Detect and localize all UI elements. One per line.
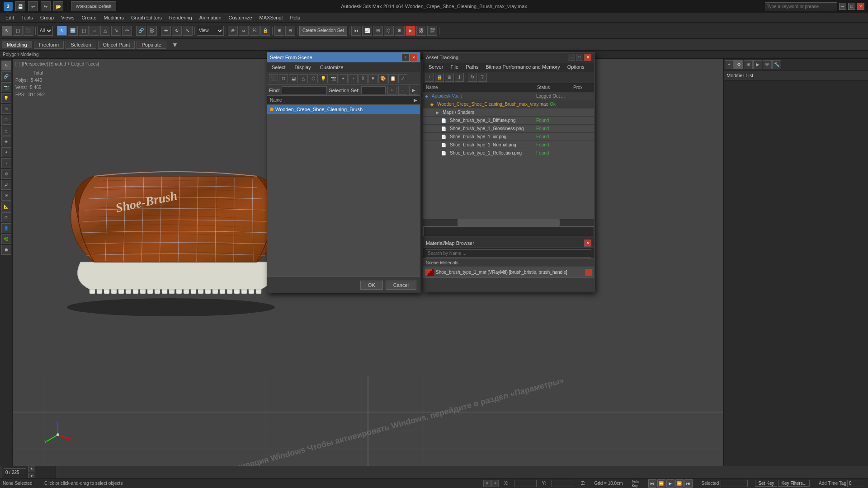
close-btn[interactable]: ✕ bbox=[857, 3, 864, 10]
viewport-render-btn[interactable]: 🖼 bbox=[416, 26, 426, 36]
rect-select-btn[interactable]: ⬚ bbox=[79, 26, 89, 36]
frame-up-btn[interactable]: ▲ bbox=[28, 466, 35, 472]
geo-tool[interactable]: □ bbox=[1, 115, 11, 125]
at-refresh-btn[interactable]: ↻ bbox=[468, 73, 477, 82]
mat-search-input[interactable] bbox=[426, 249, 591, 258]
schematic-btn[interactable]: ⊞ bbox=[373, 26, 383, 36]
zoom-btn[interactable]: ⊕ bbox=[483, 480, 491, 487]
set-key-btn[interactable]: Set Key bbox=[755, 480, 777, 487]
mat-item-row[interactable]: Shoe_brush_type_1_mat (VRayMtl) [brush_b… bbox=[423, 267, 594, 278]
angle-snap-btn[interactable]: ⌀ bbox=[239, 26, 249, 36]
rotate-btn[interactable]: ↻ bbox=[172, 26, 182, 36]
paint-select-btn[interactable]: ✏ bbox=[122, 26, 132, 36]
undo-btn[interactable]: ↩ bbox=[28, 1, 38, 11]
menu-group[interactable]: Group bbox=[37, 14, 58, 21]
sfs-xref-btn[interactable]: X bbox=[359, 74, 368, 83]
at-row-normal[interactable]: 📄 Shoe_brush_type_1_Normal.png Found bbox=[423, 141, 594, 149]
mat-close-btn[interactable]: ✕ bbox=[584, 239, 591, 247]
menu-edit[interactable]: Edit bbox=[2, 14, 18, 21]
at-menu-paths[interactable]: Paths bbox=[462, 64, 482, 70]
sfs-all-btn[interactable]: ⬛ bbox=[269, 74, 278, 83]
lasso-select-btn[interactable]: ∿ bbox=[111, 26, 121, 36]
redo-btn[interactable]: ↪ bbox=[41, 1, 51, 11]
at-row-maxfile[interactable]: ◆ Wooden_Crepe_Shoe_Cleaning_Brush_max_v… bbox=[423, 100, 594, 108]
region-select-btn[interactable]: ⬚ bbox=[13, 26, 23, 36]
tab-freeform[interactable]: Freeform bbox=[34, 41, 64, 49]
at-menu-server[interactable]: Server bbox=[425, 64, 447, 70]
next-key-btn[interactable]: ⏩ bbox=[675, 479, 684, 488]
shape-tool[interactable]: △ bbox=[1, 126, 11, 136]
sfs-none-btn[interactable]: □ bbox=[279, 74, 288, 83]
fence-select-btn[interactable]: △ bbox=[100, 26, 110, 36]
tab-selection[interactable]: Selection bbox=[66, 41, 96, 49]
at-menu-bitmap[interactable]: Bitmap Performance and Memory bbox=[482, 64, 563, 70]
select-by-name-btn[interactable]: 🔤 bbox=[68, 26, 78, 36]
mirror-btn[interactable]: ⊞ bbox=[274, 26, 284, 36]
modify-tab-btn[interactable]: ⚙ bbox=[734, 60, 743, 69]
at-row-maps[interactable]: ▶ Maps / Shaders bbox=[423, 108, 594, 117]
at-row-gloss[interactable]: 📄 Shoe_brush_type_1_Glossiness.png Found bbox=[423, 125, 594, 133]
x-coord-input[interactable] bbox=[514, 480, 537, 487]
at-row-vault[interactable]: ◆ Autodesk Vault Logged Out ... bbox=[423, 92, 594, 100]
sfs-color-btn[interactable]: 🎨 bbox=[378, 74, 387, 83]
cursor-tool[interactable]: ↖ bbox=[1, 61, 11, 70]
sfs-shapes-btn[interactable]: ⬡ bbox=[309, 74, 318, 83]
maximize-btn[interactable]: □ bbox=[848, 3, 855, 10]
circle-select-btn[interactable]: ○ bbox=[90, 26, 99, 36]
scale-btn[interactable]: ⤡ bbox=[183, 26, 193, 36]
light-tool[interactable]: 💡 bbox=[1, 93, 11, 103]
menu-customize[interactable]: Customize bbox=[225, 14, 256, 21]
system-tool[interactable]: ⚙ bbox=[1, 169, 11, 179]
sfs-helpers-btn[interactable]: + bbox=[339, 74, 348, 83]
prev-frame-btn[interactable]: ⏮ bbox=[351, 26, 361, 36]
snap-btn[interactable]: ⊕ bbox=[228, 26, 238, 36]
unlink-btn[interactable]: ⛓ bbox=[147, 26, 157, 36]
sfs-find-input[interactable] bbox=[282, 86, 327, 94]
sfs-tab-display[interactable]: Display bbox=[292, 64, 314, 71]
utilities-tab-btn[interactable]: 🔧 bbox=[772, 60, 781, 69]
at-row-diffuse[interactable]: 📄 Shoe_brush_type_1_Diffuse.png Found bbox=[423, 117, 594, 125]
spinner-snap-btn[interactable]: 🔒 bbox=[260, 26, 270, 36]
workspace-btn[interactable]: Workspace: Default bbox=[71, 1, 116, 11]
menu-graph-editors[interactable]: Graph Editors bbox=[127, 14, 165, 21]
at-minimize-btn[interactable]: ─ bbox=[568, 54, 575, 61]
create-selection-set-btn[interactable]: Create Selection Set bbox=[299, 26, 347, 36]
sfs-tab-select[interactable]: Select bbox=[269, 64, 288, 71]
y-coord-input[interactable] bbox=[552, 480, 574, 487]
sfs-cameras-btn[interactable]: 📷 bbox=[329, 74, 338, 83]
select-mode-btn[interactable]: ↖ bbox=[2, 26, 12, 36]
at-row-ior[interactable]: 📄 Shoe_brush_type_1_ior.png Found bbox=[423, 133, 594, 141]
frame-down-btn[interactable]: ▼ bbox=[28, 473, 35, 479]
frame-counter-input[interactable] bbox=[4, 468, 26, 476]
sfs-cancel-btn[interactable]: Cancel bbox=[386, 281, 416, 290]
tab-modeling[interactable]: Modeling bbox=[2, 41, 32, 48]
select-filter-dropdown[interactable]: All bbox=[38, 26, 53, 36]
motion-tab-btn[interactable]: ▶ bbox=[753, 60, 762, 69]
fur-tool[interactable]: 🌿 bbox=[1, 234, 11, 244]
view-mode-dropdown[interactable]: View bbox=[197, 26, 224, 36]
sfs-selset-dropdown[interactable] bbox=[361, 86, 386, 94]
sfs-close-btn[interactable]: ✕ bbox=[410, 54, 417, 61]
sfs-geo-btn[interactable]: △ bbox=[299, 74, 308, 83]
sfs-selset-add-btn[interactable]: + bbox=[387, 86, 396, 95]
menu-rendering[interactable]: Rendering bbox=[165, 14, 196, 21]
hierarchy-tab-btn[interactable]: ⊞ bbox=[744, 60, 753, 69]
create-tab-btn[interactable]: + bbox=[725, 60, 734, 69]
minimize-btn[interactable]: ─ bbox=[839, 3, 846, 10]
render-setup-btn[interactable]: ⚙ bbox=[395, 26, 405, 36]
menu-views[interactable]: Views bbox=[57, 14, 78, 21]
sfs-lights-btn[interactable]: 💡 bbox=[319, 74, 328, 83]
at-info-btn[interactable]: ℹ bbox=[455, 73, 464, 82]
at-help-btn[interactable]: ? bbox=[478, 73, 487, 82]
camera-tool[interactable]: 📷 bbox=[1, 82, 11, 92]
select-link-btn[interactable]: 🔗 bbox=[136, 26, 146, 36]
sfs-selset-hl-btn[interactable]: ▶ bbox=[409, 86, 418, 95]
sfs-ok-btn[interactable]: OK bbox=[360, 281, 383, 290]
curve-editor-btn[interactable]: 📈 bbox=[362, 26, 372, 36]
prev-frame-btn-2[interactable]: ⏮ bbox=[648, 479, 656, 488]
sfs-list-item[interactable]: Wooden_Crepe_Shoe_Cleaning_Brush bbox=[267, 105, 420, 114]
tab-populate[interactable]: Populate bbox=[137, 41, 166, 49]
sfs-tab-customize[interactable]: Customize bbox=[317, 64, 346, 71]
sfs-help-btn[interactable]: ? bbox=[402, 54, 409, 61]
at-menu-file[interactable]: File bbox=[447, 64, 462, 70]
